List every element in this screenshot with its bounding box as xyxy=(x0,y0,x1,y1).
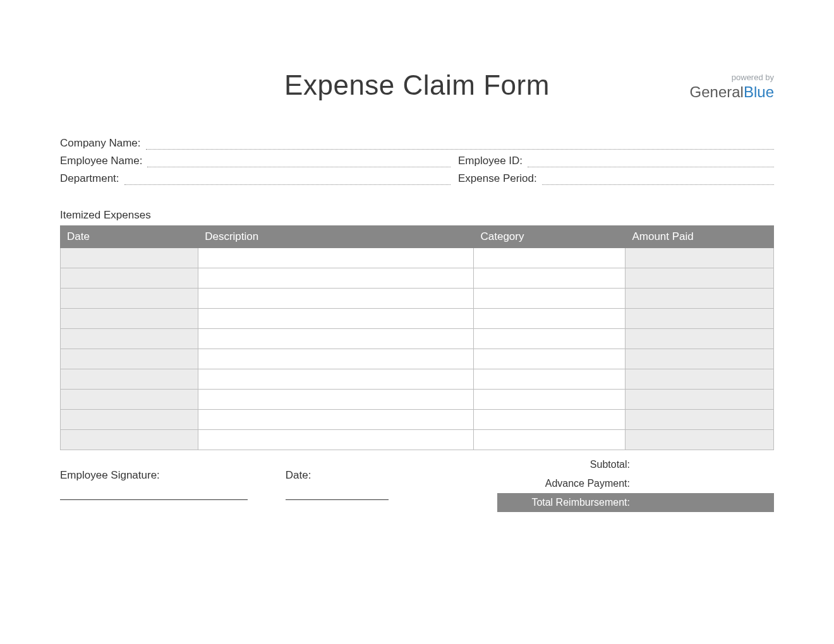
table-cell[interactable] xyxy=(626,410,774,430)
table-cell[interactable] xyxy=(198,248,474,268)
employee-signature-line[interactable] xyxy=(60,499,248,500)
powered-by-text: powered by xyxy=(690,73,774,82)
department-label: Department: xyxy=(60,172,124,185)
brand-part1: General xyxy=(690,83,744,100)
subtotal-label: Subtotal: xyxy=(497,459,635,470)
table-row xyxy=(61,268,774,289)
table-cell[interactable] xyxy=(198,369,474,390)
table-cell[interactable] xyxy=(198,268,474,289)
table-cell[interactable] xyxy=(474,430,626,450)
table-cell[interactable] xyxy=(474,390,626,410)
brand-name: GeneralBlue xyxy=(690,83,774,101)
brand-part2: Blue xyxy=(744,83,774,100)
table-cell[interactable] xyxy=(61,309,198,329)
table-cell[interactable] xyxy=(198,309,474,329)
table-cell[interactable] xyxy=(198,349,474,369)
table-row xyxy=(61,289,774,309)
table-row xyxy=(61,248,774,268)
table-cell[interactable] xyxy=(61,289,198,309)
table-cell[interactable] xyxy=(61,268,198,289)
table-cell[interactable] xyxy=(626,349,774,369)
table-cell[interactable] xyxy=(474,329,626,349)
info-block: Company Name: Employee Name: Employee ID… xyxy=(60,136,774,185)
table-cell[interactable] xyxy=(626,430,774,450)
table-cell[interactable] xyxy=(626,390,774,410)
table-cell[interactable] xyxy=(474,410,626,430)
signature-date-line[interactable] xyxy=(286,499,389,500)
table-row xyxy=(61,329,774,349)
table-row xyxy=(61,349,774,369)
table-cell[interactable] xyxy=(626,309,774,329)
brand-logo: powered by GeneralBlue xyxy=(690,73,774,101)
itemized-expenses-title: Itemized Expenses xyxy=(60,209,774,222)
table-row xyxy=(61,369,774,390)
table-cell[interactable] xyxy=(626,329,774,349)
expense-period-label: Expense Period: xyxy=(458,172,542,185)
table-cell[interactable] xyxy=(61,430,198,450)
table-cell[interactable] xyxy=(61,369,198,390)
expense-period-input[interactable] xyxy=(542,171,774,185)
employee-signature-label: Employee Signature: xyxy=(60,469,248,482)
expenses-table: Date Description Category Amount Paid xyxy=(60,225,774,450)
employee-id-label: Employee ID: xyxy=(458,155,528,167)
table-cell[interactable] xyxy=(474,268,626,289)
table-row xyxy=(61,430,774,450)
table-cell[interactable] xyxy=(61,329,198,349)
table-cell[interactable] xyxy=(474,289,626,309)
signature-date-label: Date: xyxy=(286,469,389,482)
table-cell[interactable] xyxy=(626,289,774,309)
table-cell[interactable] xyxy=(198,329,474,349)
table-cell[interactable] xyxy=(198,289,474,309)
employee-id-input[interactable] xyxy=(528,153,774,167)
table-cell[interactable] xyxy=(626,268,774,289)
header-date: Date xyxy=(61,226,198,248)
table-cell[interactable] xyxy=(198,390,474,410)
department-input[interactable] xyxy=(124,171,450,185)
table-cell[interactable] xyxy=(626,248,774,268)
table-row xyxy=(61,309,774,329)
header-amount: Amount Paid xyxy=(626,226,774,248)
company-name-label: Company Name: xyxy=(60,137,146,150)
employee-name-input[interactable] xyxy=(147,153,450,167)
table-cell[interactable] xyxy=(61,349,198,369)
table-row xyxy=(61,390,774,410)
header-description: Description xyxy=(198,226,474,248)
table-cell[interactable] xyxy=(474,309,626,329)
table-cell[interactable] xyxy=(61,248,198,268)
table-cell[interactable] xyxy=(474,248,626,268)
form-title: Expense Claim Form xyxy=(60,69,774,101)
company-name-input[interactable] xyxy=(146,136,774,150)
table-cell[interactable] xyxy=(474,369,626,390)
total-reimbursement-label: Total Reimbursement: xyxy=(497,497,635,508)
table-row xyxy=(61,410,774,430)
table-cell[interactable] xyxy=(626,369,774,390)
header-category: Category xyxy=(474,226,626,248)
employee-name-label: Employee Name: xyxy=(60,155,147,167)
table-cell[interactable] xyxy=(198,410,474,430)
table-cell[interactable] xyxy=(474,349,626,369)
advance-payment-label: Advance Payment: xyxy=(497,478,635,489)
table-cell[interactable] xyxy=(198,430,474,450)
form-header: Expense Claim Form powered by GeneralBlu… xyxy=(60,69,774,101)
table-cell[interactable] xyxy=(61,410,198,430)
signature-block: Employee Signature: Date: xyxy=(60,469,389,500)
table-cell[interactable] xyxy=(61,390,198,410)
